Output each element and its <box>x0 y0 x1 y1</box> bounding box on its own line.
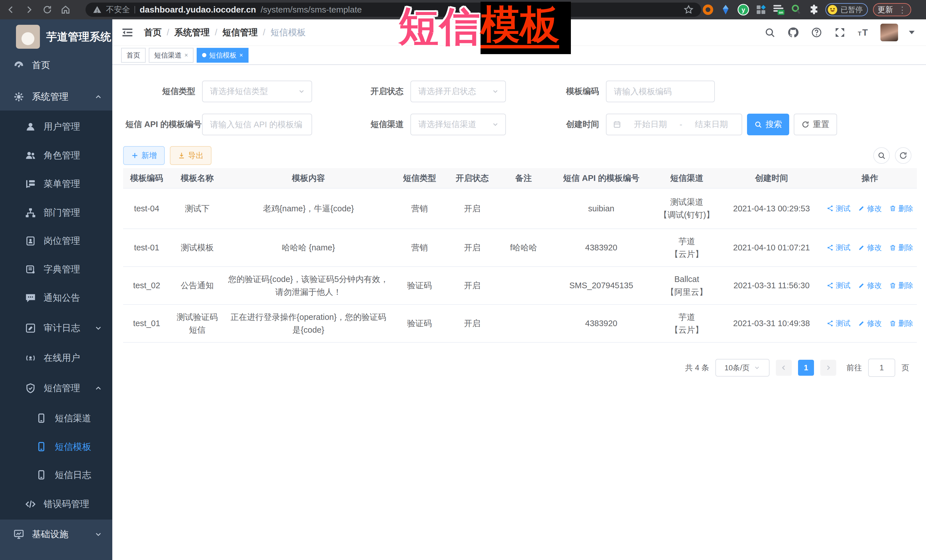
search-button[interactable]: 搜索 <box>747 114 789 135</box>
sidebar-item-label: 岗位管理 <box>44 235 80 247</box>
filter-status: 开启状态 请选择开启状态 <box>353 81 506 102</box>
svg-text:on: on <box>779 10 783 15</box>
channel-cell: 测试渠道【调试(钉钉)】 <box>653 193 720 224</box>
edit-action-link[interactable]: 修改 <box>858 242 882 253</box>
status-select[interactable]: 请选择开启状态 <box>410 81 506 102</box>
column-header: 模板内容 <box>224 169 392 187</box>
delete-action-link[interactable]: 删除 <box>889 280 913 291</box>
test-action-link[interactable]: 测试 <box>826 318 850 329</box>
browser-home-icon[interactable] <box>60 4 71 15</box>
extension-magnifier-icon[interactable] <box>790 3 803 16</box>
tab-sms-template[interactable]: 短信模板 × <box>197 48 248 63</box>
next-page-button[interactable] <box>820 360 836 376</box>
browser-menu-icon[interactable]: ⋮ <box>898 5 906 15</box>
chevron-right-icon <box>824 364 832 372</box>
avatar-caret-down-icon[interactable] <box>909 31 915 34</box>
sidebar-item-label: 菜单管理 <box>44 178 80 190</box>
sidebar-item-sms-template[interactable]: 短信模板 <box>0 433 112 460</box>
test-action-link[interactable]: 测试 <box>826 280 850 291</box>
table-row: test_01 测试验证码短信 正在进行登录操作{operation}，您的验证… <box>123 305 917 343</box>
delete-action-link[interactable]: 删除 <box>889 203 913 214</box>
table-refresh-button[interactable] <box>895 147 911 164</box>
extension-donut-icon[interactable] <box>702 3 714 16</box>
profile-paused-badge[interactable]: 已暂停 <box>825 3 868 16</box>
edit-action-link[interactable]: 修改 <box>858 203 882 214</box>
current-page-button[interactable]: 1 <box>798 360 814 376</box>
search-icon[interactable] <box>764 26 776 39</box>
browser-update-button[interactable]: 更新 ⋮ <box>873 3 911 16</box>
sidebar-item-menu-mgmt[interactable]: 菜单管理 <box>0 171 112 198</box>
prev-page-button[interactable] <box>776 360 792 376</box>
start-date-placeholder: 开始日期 <box>626 119 674 130</box>
github-icon[interactable] <box>787 26 799 39</box>
help-icon[interactable] <box>810 26 823 39</box>
extension-kite-icon[interactable] <box>719 3 732 16</box>
page: 不安全 dashboard.yudao.iocoder.cn/system/sm… <box>0 0 926 560</box>
close-icon[interactable]: × <box>239 51 243 59</box>
extension-list-on-icon[interactable]: on <box>772 3 785 16</box>
bookmark-star-icon[interactable] <box>684 5 694 15</box>
address-bar[interactable]: 不安全 dashboard.yudao.iocoder.cn/system/sm… <box>86 3 701 17</box>
row-actions: 测试 修改 删除 <box>823 239 917 256</box>
refresh-icon <box>802 121 809 128</box>
extension-y-icon[interactable]: y <box>737 3 750 16</box>
tab-bar: 首页 短信渠道 × 短信模板 × <box>112 46 926 65</box>
breadcrumb-system[interactable]: 系统管理 <box>174 27 210 38</box>
online-user-icon <box>25 352 36 364</box>
delete-action-link[interactable]: 删除 <box>889 318 913 329</box>
channel-select[interactable]: 请选择短信渠道 <box>410 114 506 135</box>
sms-type-select[interactable]: 请选择短信类型 <box>202 81 312 102</box>
sidebar-item-error-code[interactable]: 错误码管理 <box>0 491 112 518</box>
sidebar-item-notice[interactable]: 通知公告 <box>0 284 112 312</box>
edit-action-link[interactable]: 修改 <box>858 318 882 329</box>
sidebar-item-role-mgmt[interactable]: 角色管理 <box>0 142 112 169</box>
test-action-link[interactable]: 测试 <box>826 203 850 214</box>
sidebar-item-sms-log[interactable]: 短信日志 <box>0 462 112 489</box>
extensions-puzzle-icon[interactable] <box>808 3 820 16</box>
delete-action-link[interactable]: 删除 <box>889 242 913 253</box>
browser-back-icon[interactable] <box>5 4 17 15</box>
monitor-icon <box>13 529 24 540</box>
close-icon[interactable]: × <box>185 51 188 59</box>
sidebar-item-sms-channel[interactable]: 短信渠道 <box>0 405 112 432</box>
add-button[interactable]: 新增 <box>123 146 165 165</box>
api-template-id-input[interactable] <box>202 114 312 135</box>
export-button[interactable]: 导出 <box>170 146 212 165</box>
pencil-icon <box>858 205 865 212</box>
goto-page-input[interactable] <box>868 359 895 377</box>
sidebar-item-dict-mgmt[interactable]: 字典管理 <box>0 256 112 283</box>
page-size-select[interactable]: 10条/页 <box>716 359 770 377</box>
sidebar-item-system-mgmt[interactable]: 系统管理 <box>0 83 112 110</box>
tab-sms-channel[interactable]: 短信渠道 × <box>149 48 194 63</box>
sidebar-item-home[interactable]: 首页 <box>0 51 112 79</box>
breadcrumb-sms[interactable]: 短信管理 <box>222 27 258 38</box>
emoji-avatar-icon <box>828 5 838 15</box>
app-logo[interactable]: 芋道管理系统 <box>0 24 112 50</box>
gear-icon <box>13 91 24 103</box>
sidebar-item-infrastructure[interactable]: 基础设施 <box>0 521 112 548</box>
fullscreen-icon[interactable] <box>834 26 846 39</box>
reset-button[interactable]: 重置 <box>794 114 837 135</box>
browser-reload-icon[interactable] <box>42 4 53 15</box>
user-avatar[interactable] <box>881 24 898 41</box>
table-search-toggle-button[interactable] <box>873 147 890 164</box>
breadcrumb-home[interactable]: 首页 <box>144 27 162 38</box>
sidebar-item-dept-mgmt[interactable]: 部门管理 <box>0 199 112 226</box>
text-size-icon[interactable]: TT <box>857 26 870 39</box>
sidebar-item-user-mgmt[interactable]: 用户管理 <box>0 113 112 140</box>
sidebar-item-sms-mgmt[interactable]: 短信管理 <box>0 374 112 402</box>
date-range-picker[interactable]: 开始日期 - 结束日期 <box>606 114 742 135</box>
header-actions: TT <box>764 24 926 41</box>
template-code-input[interactable] <box>606 81 715 102</box>
message-bubble-icon <box>25 292 36 303</box>
browser-forward-icon[interactable] <box>23 4 35 15</box>
sidebar-item-audit-log[interactable]: 审计日志 <box>0 314 112 342</box>
tab-home[interactable]: 首页 <box>121 48 146 63</box>
test-action-link[interactable]: 测试 <box>826 242 850 253</box>
sidebar-item-online-users[interactable]: 在线用户 <box>0 344 112 372</box>
edit-action-link[interactable]: 修改 <box>858 280 882 291</box>
sidebar-item-post-mgmt[interactable]: 岗位管理 <box>0 227 112 255</box>
extension-grid-icon[interactable] <box>755 3 767 16</box>
sidebar-collapse-icon[interactable] <box>121 26 134 39</box>
pencil-icon <box>858 320 865 327</box>
